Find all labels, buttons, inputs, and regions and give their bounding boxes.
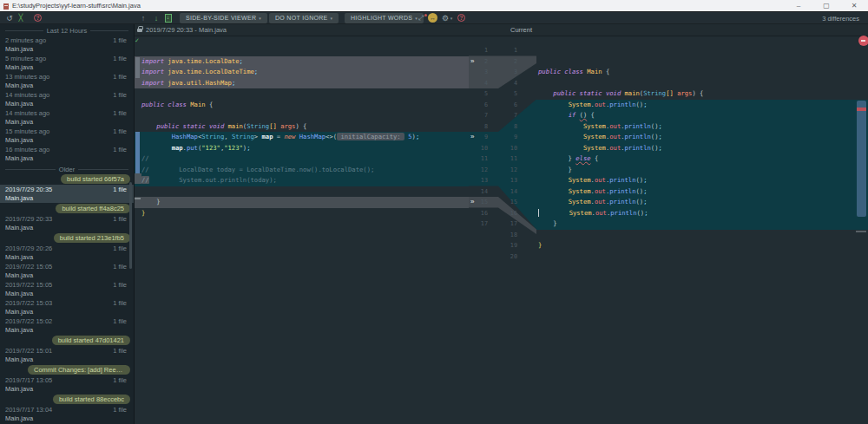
line-number: 12 bbox=[500, 165, 517, 176]
scrollbar-error-stripe[interactable] bbox=[857, 108, 866, 111]
history-entry[interactable]: 2019/7/29 20:261 fileMain.java bbox=[0, 244, 134, 262]
line-number: 15 bbox=[500, 197, 517, 208]
history-entry[interactable]: 2019/7/17 13:041 fileMain.java bbox=[0, 405, 134, 423]
history-entry[interactable]: 16 minutes ago1 fileMain.java bbox=[0, 145, 134, 163]
history-entry[interactable]: 2019/7/29 20:351 fileMain.java bbox=[0, 185, 134, 203]
line-number: 7 bbox=[500, 110, 517, 121]
history-entry[interactable]: 14 minutes ago1 fileMain.java bbox=[0, 108, 134, 127]
right-code-pane[interactable]: public class Main { public static void m… bbox=[536, 36, 868, 424]
history-entry[interactable]: 14 minutes ago1 fileMain.java bbox=[0, 90, 134, 108]
highlight-mode-label: HIGHLIGHT WORDS bbox=[351, 15, 412, 21]
history-list: Last 12 Hours2 minutes ago1 fileMain.jav… bbox=[0, 26, 134, 423]
code-line: public static void main(String[] args) { bbox=[536, 88, 868, 100]
history-entry-file: Main.java bbox=[5, 118, 127, 127]
change-bar-gray bbox=[135, 57, 140, 78]
history-entry-file: Main.java bbox=[5, 224, 127, 232]
history-entry[interactable]: 2019/7/22 15:031 fileMain.java bbox=[0, 298, 134, 316]
history-label-badge[interactable]: Commit Changes: [add] ReentrantR... bbox=[28, 365, 130, 375]
help-icon[interactable]: ? bbox=[457, 14, 465, 22]
help-icon[interactable]: ? bbox=[34, 14, 42, 22]
history-entry-file: Main.java bbox=[5, 194, 127, 203]
history-entry-time: 13 minutes ago bbox=[5, 73, 49, 82]
viewer-mode-dropdown[interactable]: SIDE-BY-SIDE VIEWER▾ bbox=[180, 13, 267, 23]
line-number: 19 bbox=[500, 240, 517, 251]
history-entry-file: Main.java bbox=[5, 136, 127, 145]
apply-change-chevron[interactable]: » bbox=[470, 56, 479, 68]
line-number: 11 bbox=[500, 153, 517, 165]
code-line: } bbox=[536, 219, 868, 230]
history-entry-time: 2019/7/29 20:33 bbox=[5, 215, 52, 224]
inspection-error-badge[interactable] bbox=[858, 36, 868, 46]
minimize-button[interactable]: – bbox=[785, 0, 812, 12]
history-entry-time: 2019/7/22 15:01 bbox=[5, 347, 52, 356]
history-entry-count: 1 file bbox=[113, 146, 127, 154]
history-label-badge[interactable]: build started 66f57a bbox=[61, 174, 130, 184]
comment-gutter-highlight bbox=[135, 173, 141, 184]
code-line bbox=[135, 110, 469, 121]
expand-badge-dot bbox=[424, 14, 427, 16]
history-entry-file: Main.java bbox=[5, 414, 127, 423]
code-line: System.out.println(); bbox=[536, 121, 868, 133]
ignore-policy-dropdown[interactable]: DO NOT IGNORE▾ bbox=[269, 13, 339, 23]
maximize-button[interactable]: ▢ bbox=[812, 0, 840, 12]
history-label-badge[interactable]: build started 213e1fb5 bbox=[54, 233, 130, 243]
history-entry[interactable]: 5 minutes ago1 fileMain.java bbox=[0, 54, 134, 72]
code-line: } else { bbox=[536, 153, 868, 165]
titlebar: E:\studyProjects\yyf-learn-stuff\src\Mai… bbox=[0, 0, 868, 12]
history-label-badge[interactable]: build started 88eccebc bbox=[53, 395, 130, 404]
highlight-mode-dropdown[interactable]: HIGHLIGHT WORDS▾ bbox=[345, 13, 424, 23]
apply-change-chevron[interactable]: » bbox=[470, 197, 479, 208]
line-number: 1 bbox=[469, 45, 488, 56]
history-entry-count: 1 file bbox=[113, 127, 127, 136]
line-number: 17 bbox=[500, 219, 517, 230]
history-entry-time: 2019/7/17 13:05 bbox=[5, 376, 52, 385]
jump-to-source-icon[interactable] bbox=[165, 14, 172, 23]
history-entry-file: Main.java bbox=[5, 308, 127, 316]
history-label-badge[interactable]: build started ff4a8c25 bbox=[56, 204, 130, 213]
history-entry-time: 14 minutes ago bbox=[5, 109, 49, 118]
history-entry[interactable]: 2019/7/22 15:051 fileMain.java bbox=[0, 262, 134, 280]
history-entry-time: 2019/7/29 20:26 bbox=[5, 245, 52, 253]
history-label-badge[interactable]: build started 47d01421 bbox=[52, 336, 130, 345]
chevron-down-icon: ▾ bbox=[259, 16, 261, 21]
next-difference-icon[interactable]: ↓ bbox=[152, 12, 161, 24]
history-entry[interactable]: 2019/7/22 15:021 fileMain.java bbox=[0, 316, 134, 335]
left-code-pane[interactable]: import java.time.LocalDate;import java.t… bbox=[135, 36, 469, 424]
close-button[interactable]: ✕ bbox=[840, 0, 868, 12]
no-problems-check-icon: ✓ bbox=[135, 37, 140, 44]
previous-difference-icon[interactable]: ↑ bbox=[139, 12, 148, 24]
sync-scrolling-icon[interactable]: ↔ bbox=[428, 13, 437, 23]
window-controls: – ▢ ✕ bbox=[785, 0, 868, 12]
line-number: 12 bbox=[469, 165, 488, 176]
compare-icon[interactable]: ╳ bbox=[16, 12, 25, 24]
history-entry[interactable]: 2019/7/22 15:011 fileMain.java bbox=[0, 346, 134, 364]
left-code-lines: import java.time.LocalDate;import java.t… bbox=[135, 36, 469, 230]
history-entry-file: Main.java bbox=[5, 82, 127, 90]
line-number: 4 bbox=[469, 78, 488, 89]
right-scrollbar-thumb[interactable] bbox=[857, 101, 866, 217]
line-number: 18 bbox=[500, 230, 517, 241]
chevron-down-icon: ▾ bbox=[331, 16, 333, 21]
line-number: 13 bbox=[469, 175, 488, 186]
history-entry[interactable]: 13 minutes ago1 fileMain.java bbox=[0, 72, 134, 90]
deleted-line-marker bbox=[135, 198, 141, 199]
history-entry-time: 2019/7/22 15:05 bbox=[5, 263, 52, 271]
history-entry-file: Main.java bbox=[5, 356, 127, 364]
history-entry[interactable]: 2019/7/17 13:051 fileMain.java bbox=[0, 375, 134, 394]
change-bar-blue bbox=[135, 132, 140, 175]
diff-gutter: 1234567891011121314151617 12345678910111… bbox=[469, 36, 536, 424]
rollback-icon[interactable]: ↺ bbox=[5, 12, 14, 24]
history-entry-count: 1 file bbox=[113, 299, 127, 308]
history-entry[interactable]: 2019/7/29 20:331 fileMain.java bbox=[0, 214, 134, 232]
history-entry[interactable]: 2019/7/22 15:051 fileMain.java bbox=[0, 280, 134, 298]
history-entry-count: 1 file bbox=[113, 36, 127, 45]
viewer-mode-label: SIDE-BY-SIDE VIEWER bbox=[186, 15, 256, 21]
window-icon bbox=[3, 3, 9, 10]
apply-change-chevron[interactable]: » bbox=[470, 132, 479, 143]
sidebar-scrollbar[interactable] bbox=[129, 182, 132, 269]
history-entry-file: Main.java bbox=[5, 253, 127, 262]
history-entry-file: Main.java bbox=[5, 45, 127, 54]
history-entry[interactable]: 15 minutes ago1 fileMain.java bbox=[0, 127, 134, 145]
window-title: E:\studyProjects\yyf-learn-stuff\src\Mai… bbox=[12, 0, 141, 12]
history-entry[interactable]: 2 minutes ago1 fileMain.java bbox=[0, 36, 134, 54]
